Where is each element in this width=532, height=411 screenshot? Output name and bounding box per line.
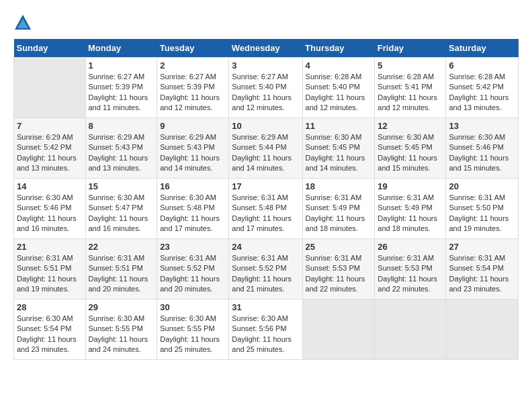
day-cell: 2Sunrise: 6:27 AMSunset: 5:39 PMDaylight… xyxy=(157,58,229,118)
day-info: Sunrise: 6:31 AMSunset: 5:54 PMDaylight:… xyxy=(449,253,515,295)
day-number: 5 xyxy=(378,60,443,71)
day-number: 16 xyxy=(160,181,226,191)
day-cell: 20Sunrise: 6:31 AMSunset: 5:50 PMDayligh… xyxy=(446,179,519,239)
day-cell: 23Sunrise: 6:31 AMSunset: 5:52 PMDayligh… xyxy=(157,239,229,300)
day-number: 30 xyxy=(160,302,226,312)
day-cell: 3Sunrise: 6:27 AMSunset: 5:40 PMDaylight… xyxy=(229,58,302,118)
day-number: 8 xyxy=(89,121,154,131)
day-cell xyxy=(375,300,446,360)
week-row-3: 14Sunrise: 6:30 AMSunset: 5:46 PMDayligh… xyxy=(14,179,519,239)
day-number: 24 xyxy=(232,242,299,252)
day-info: Sunrise: 6:31 AMSunset: 5:51 PMDaylight:… xyxy=(89,253,154,295)
day-cell: 28Sunrise: 6:30 AMSunset: 5:54 PMDayligh… xyxy=(14,300,86,360)
week-row-2: 7Sunrise: 6:29 AMSunset: 5:42 PMDaylight… xyxy=(14,118,519,179)
day-number: 29 xyxy=(89,302,154,312)
day-info: Sunrise: 6:28 AMSunset: 5:42 PMDaylight:… xyxy=(449,72,515,113)
day-info: Sunrise: 6:30 AMSunset: 5:55 PMDaylight:… xyxy=(160,314,226,355)
day-number: 10 xyxy=(232,121,299,131)
day-info: Sunrise: 6:30 AMSunset: 5:48 PMDaylight:… xyxy=(160,193,226,234)
day-info: Sunrise: 6:31 AMSunset: 5:53 PMDaylight:… xyxy=(306,253,372,295)
day-cell: 16Sunrise: 6:30 AMSunset: 5:48 PMDayligh… xyxy=(157,179,229,239)
header-cell-saturday: Saturday xyxy=(446,39,519,58)
day-info: Sunrise: 6:31 AMSunset: 5:49 PMDaylight:… xyxy=(306,193,372,234)
day-cell: 10Sunrise: 6:29 AMSunset: 5:44 PMDayligh… xyxy=(229,118,302,179)
day-cell: 19Sunrise: 6:31 AMSunset: 5:49 PMDayligh… xyxy=(375,179,446,239)
header-cell-friday: Friday xyxy=(375,39,446,58)
logo-icon xyxy=(13,13,32,32)
calendar-table: SundayMondayTuesdayWednesdayThursdayFrid… xyxy=(13,39,519,360)
day-info: Sunrise: 6:30 AMSunset: 5:45 PMDaylight:… xyxy=(378,132,443,174)
day-info: Sunrise: 6:28 AMSunset: 5:41 PMDaylight:… xyxy=(378,72,443,113)
calendar-body: 1Sunrise: 6:27 AMSunset: 5:39 PMDaylight… xyxy=(14,58,519,360)
day-cell: 6Sunrise: 6:28 AMSunset: 5:42 PMDaylight… xyxy=(446,58,519,118)
day-number: 28 xyxy=(17,302,83,312)
day-number: 11 xyxy=(306,121,372,131)
header-cell-tuesday: Tuesday xyxy=(157,39,229,58)
day-info: Sunrise: 6:31 AMSunset: 5:51 PMDaylight:… xyxy=(17,253,83,295)
day-cell: 13Sunrise: 6:30 AMSunset: 5:46 PMDayligh… xyxy=(446,118,519,179)
day-info: Sunrise: 6:31 AMSunset: 5:48 PMDaylight:… xyxy=(232,193,299,234)
day-info: Sunrise: 6:29 AMSunset: 5:43 PMDaylight:… xyxy=(89,132,154,174)
day-number: 12 xyxy=(378,121,443,131)
day-number: 26 xyxy=(378,242,443,252)
day-cell: 31Sunrise: 6:30 AMSunset: 5:56 PMDayligh… xyxy=(229,300,302,360)
day-info: Sunrise: 6:31 AMSunset: 5:52 PMDaylight:… xyxy=(160,253,226,295)
day-number: 7 xyxy=(17,121,83,131)
day-cell: 22Sunrise: 6:31 AMSunset: 5:51 PMDayligh… xyxy=(85,239,157,300)
day-number: 2 xyxy=(160,60,226,71)
day-cell: 24Sunrise: 6:31 AMSunset: 5:52 PMDayligh… xyxy=(229,239,302,300)
day-info: Sunrise: 6:31 AMSunset: 5:53 PMDaylight:… xyxy=(378,253,443,295)
day-cell: 8Sunrise: 6:29 AMSunset: 5:43 PMDaylight… xyxy=(85,118,157,179)
day-info: Sunrise: 6:28 AMSunset: 5:40 PMDaylight:… xyxy=(306,72,372,113)
day-cell: 14Sunrise: 6:30 AMSunset: 5:46 PMDayligh… xyxy=(14,179,86,239)
day-cell: 29Sunrise: 6:30 AMSunset: 5:55 PMDayligh… xyxy=(85,300,157,360)
day-info: Sunrise: 6:27 AMSunset: 5:40 PMDaylight:… xyxy=(232,72,299,113)
header-cell-monday: Monday xyxy=(85,39,157,58)
day-info: Sunrise: 6:30 AMSunset: 5:56 PMDaylight:… xyxy=(232,314,299,355)
header-row: SundayMondayTuesdayWednesdayThursdayFrid… xyxy=(14,39,519,58)
day-info: Sunrise: 6:29 AMSunset: 5:44 PMDaylight:… xyxy=(232,132,299,174)
day-cell: 21Sunrise: 6:31 AMSunset: 5:51 PMDayligh… xyxy=(14,239,86,300)
day-cell xyxy=(446,300,519,360)
day-cell: 1Sunrise: 6:27 AMSunset: 5:39 PMDaylight… xyxy=(85,58,157,118)
day-number: 18 xyxy=(306,181,372,191)
day-number: 20 xyxy=(449,181,515,191)
day-cell: 7Sunrise: 6:29 AMSunset: 5:42 PMDaylight… xyxy=(14,118,86,179)
day-info: Sunrise: 6:29 AMSunset: 5:42 PMDaylight:… xyxy=(17,132,83,174)
day-cell: 15Sunrise: 6:30 AMSunset: 5:47 PMDayligh… xyxy=(85,179,157,239)
day-info: Sunrise: 6:31 AMSunset: 5:50 PMDaylight:… xyxy=(449,193,515,234)
day-info: Sunrise: 6:29 AMSunset: 5:43 PMDaylight:… xyxy=(160,132,226,174)
week-row-1: 1Sunrise: 6:27 AMSunset: 5:39 PMDaylight… xyxy=(14,58,519,118)
day-info: Sunrise: 6:30 AMSunset: 5:55 PMDaylight:… xyxy=(89,314,154,355)
day-number: 1 xyxy=(89,60,154,71)
day-info: Sunrise: 6:30 AMSunset: 5:54 PMDaylight:… xyxy=(17,314,83,355)
day-number: 3 xyxy=(232,60,299,71)
day-number: 21 xyxy=(17,242,83,252)
day-cell: 18Sunrise: 6:31 AMSunset: 5:49 PMDayligh… xyxy=(302,179,375,239)
day-info: Sunrise: 6:30 AMSunset: 5:45 PMDaylight:… xyxy=(306,132,372,174)
day-cell: 27Sunrise: 6:31 AMSunset: 5:54 PMDayligh… xyxy=(446,239,519,300)
day-cell: 30Sunrise: 6:30 AMSunset: 5:55 PMDayligh… xyxy=(157,300,229,360)
day-info: Sunrise: 6:27 AMSunset: 5:39 PMDaylight:… xyxy=(160,72,226,113)
day-info: Sunrise: 6:27 AMSunset: 5:39 PMDaylight:… xyxy=(89,72,154,113)
day-cell: 26Sunrise: 6:31 AMSunset: 5:53 PMDayligh… xyxy=(375,239,446,300)
day-number: 31 xyxy=(232,302,299,312)
day-number: 14 xyxy=(17,181,83,191)
day-number: 13 xyxy=(449,121,515,131)
day-info: Sunrise: 6:30 AMSunset: 5:46 PMDaylight:… xyxy=(17,193,83,234)
day-cell: 17Sunrise: 6:31 AMSunset: 5:48 PMDayligh… xyxy=(229,179,302,239)
week-row-5: 28Sunrise: 6:30 AMSunset: 5:54 PMDayligh… xyxy=(14,300,519,360)
day-cell: 5Sunrise: 6:28 AMSunset: 5:41 PMDaylight… xyxy=(375,58,446,118)
day-number: 4 xyxy=(306,60,372,71)
day-cell xyxy=(14,58,86,118)
day-cell: 11Sunrise: 6:30 AMSunset: 5:45 PMDayligh… xyxy=(302,118,375,179)
day-number: 6 xyxy=(449,60,515,71)
day-number: 25 xyxy=(306,242,372,252)
day-number: 9 xyxy=(160,121,226,131)
day-info: Sunrise: 6:31 AMSunset: 5:52 PMDaylight:… xyxy=(232,253,299,295)
day-number: 27 xyxy=(449,242,515,252)
calendar-header: SundayMondayTuesdayWednesdayThursdayFrid… xyxy=(14,39,519,58)
header-cell-sunday: Sunday xyxy=(14,39,86,58)
day-number: 23 xyxy=(160,242,226,252)
day-number: 17 xyxy=(232,181,299,191)
